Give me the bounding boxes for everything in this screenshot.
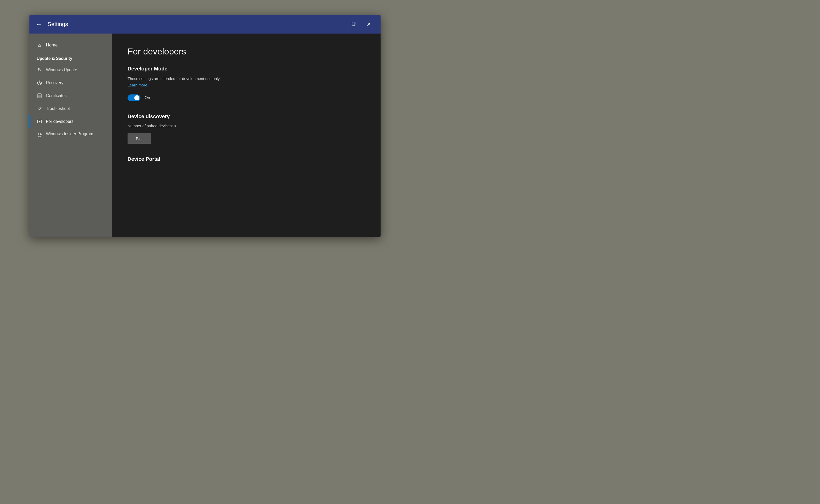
paired-devices-info: Number of paired devices: 0 [127,124,365,128]
developer-mode-title: Developer Mode [127,66,365,72]
home-label: Home [46,43,58,48]
window-controls: ✕ [347,19,374,30]
titlebar: ← Settings ✕ [29,15,380,34]
page-title: For developers [127,46,365,57]
sidebar-item-for-developers[interactable]: For developers [29,115,112,128]
sidebar-item-label: Certificates [46,93,67,98]
windows-update-icon: ↻ [37,67,42,73]
developer-mode-toggle-row: On [127,94,365,101]
sidebar-item-label: Windows Update [46,68,77,72]
recovery-svg-icon [37,80,42,85]
developer-mode-toggle[interactable] [127,94,140,101]
certificates-icon [37,93,42,99]
sidebar-item-home[interactable]: ⌂ Home [29,39,112,52]
for-developers-icon [37,119,42,124]
settings-window: ← Settings ✕ ⌂ Home Update & Security ↻ … [29,15,380,237]
sidebar-item-label: Troubleshoot [46,106,70,111]
sidebar-item-troubleshoot[interactable]: Troubleshoot [29,102,112,115]
svg-rect-1 [352,22,355,25]
sidebar-section-title: Update & Security [29,52,112,63]
svg-point-7 [40,96,41,98]
sidebar-item-label: Recovery [46,81,63,85]
sidebar-item-windows-insider[interactable]: Windows Insider Program [29,128,112,141]
sidebar-item-recovery[interactable]: Recovery [29,76,112,89]
developer-mode-description: These settings are intended for developm… [127,76,365,81]
window-title: Settings [47,21,347,28]
close-button[interactable]: ✕ [363,19,374,30]
device-portal-title: Device Portal [127,156,365,162]
toggle-state-label: On [145,95,150,100]
sidebar-item-windows-update[interactable]: ↻ Windows Update [29,63,112,76]
recovery-icon [37,80,42,86]
svg-point-15 [38,133,41,135]
svg-line-8 [40,107,41,108]
sidebar-item-certificates[interactable]: Certificates [29,89,112,102]
content-area: ⌂ Home Update & Security ↻ Windows Updat… [29,34,380,237]
troubleshoot-svg-icon [37,106,42,111]
svg-line-11 [38,122,38,122]
svg-rect-0 [351,23,354,26]
pair-button[interactable]: Pair [127,133,151,144]
restore-button[interactable] [347,19,359,30]
device-discovery-title: Device discovery [127,114,365,119]
insider-svg-icon [37,132,42,138]
windows-insider-icon [37,132,42,138]
sidebar-item-label: Windows Insider Program [46,132,93,136]
developers-svg-icon [37,119,42,124]
restore-icon [350,22,356,27]
svg-line-13 [41,122,41,122]
home-icon: ⌂ [37,42,42,48]
back-button[interactable]: ← [36,21,42,28]
sidebar: ⌂ Home Update & Security ↻ Windows Updat… [29,34,112,237]
sidebar-item-label: For developers [46,119,74,124]
learn-more-link[interactable]: Learn more [127,83,147,87]
main-content: For developers Developer Mode These sett… [112,34,380,237]
cert-svg-icon [37,93,42,98]
svg-line-14 [39,121,40,122]
troubleshoot-icon [37,106,42,111]
